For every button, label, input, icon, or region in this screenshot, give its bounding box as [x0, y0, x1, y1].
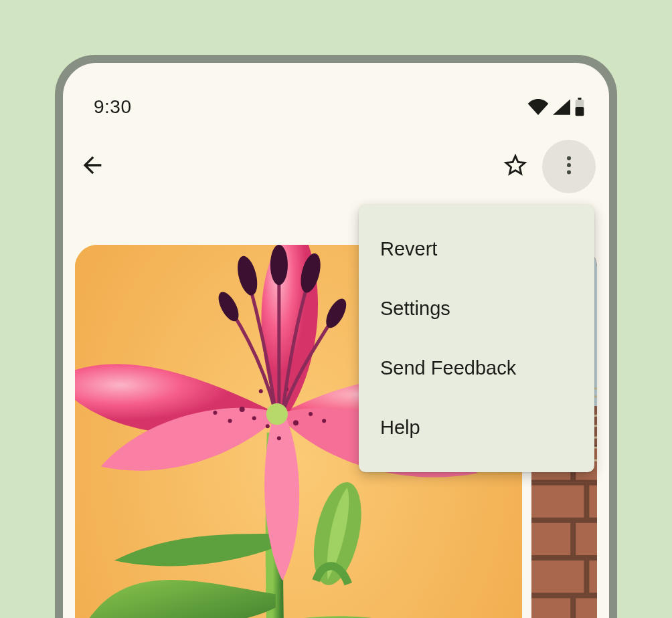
menu-item-revert[interactable]: Revert	[359, 219, 594, 279]
svg-point-20	[259, 389, 263, 393]
arrow-back-icon	[79, 152, 106, 181]
svg-point-17	[322, 419, 326, 423]
screen: 9:30	[63, 63, 609, 618]
svg-rect-35	[588, 559, 597, 594]
svg-rect-0	[578, 98, 581, 100]
svg-point-9	[240, 407, 245, 412]
svg-point-12	[213, 411, 217, 415]
svg-point-3	[567, 157, 571, 161]
svg-point-14	[277, 436, 281, 440]
svg-rect-36	[531, 597, 572, 618]
wifi-icon	[527, 99, 549, 115]
svg-point-10	[252, 416, 256, 420]
menu-item-send-feedback[interactable]: Send Feedback	[359, 338, 594, 398]
back-button[interactable]	[76, 150, 108, 183]
battery-icon	[574, 98, 585, 116]
star-outline-icon	[501, 151, 529, 182]
svg-point-26	[266, 403, 288, 425]
signal-icon	[553, 99, 570, 115]
svg-rect-33	[574, 522, 597, 556]
status-icons	[527, 98, 585, 116]
svg-point-5	[567, 171, 571, 175]
more-options-button[interactable]	[542, 140, 596, 193]
app-bar	[63, 136, 609, 197]
menu-item-help[interactable]: Help	[359, 398, 594, 457]
svg-point-16	[309, 412, 313, 416]
svg-rect-34	[531, 559, 585, 594]
more-vert-icon	[557, 153, 581, 180]
svg-rect-2	[576, 107, 584, 116]
svg-point-11	[228, 419, 232, 423]
overflow-menu: Revert Settings Send Feedback Help	[359, 205, 594, 472]
favorite-button[interactable]	[499, 150, 531, 183]
status-bar: 9:30	[63, 63, 609, 123]
status-clock: 9:30	[94, 96, 132, 118]
svg-point-22	[270, 245, 288, 285]
svg-rect-31	[588, 484, 597, 519]
device-frame: 9:30	[55, 55, 617, 618]
svg-rect-37	[574, 597, 597, 618]
menu-item-settings[interactable]: Settings	[359, 279, 594, 338]
svg-rect-32	[531, 522, 572, 556]
svg-point-13	[266, 424, 270, 428]
svg-point-15	[293, 420, 299, 425]
svg-point-4	[567, 163, 571, 167]
svg-rect-30	[531, 484, 585, 519]
